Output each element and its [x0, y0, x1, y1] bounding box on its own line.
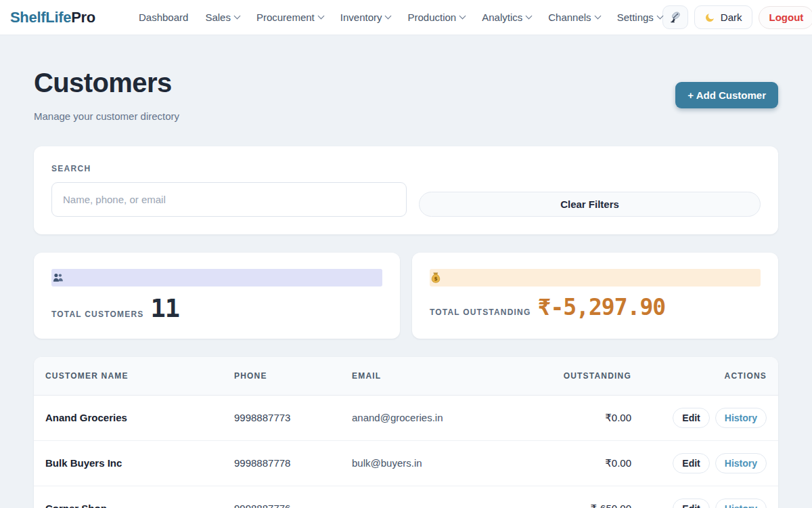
nav-label: Analytics: [482, 12, 522, 23]
edit-button[interactable]: Edit: [673, 453, 709, 473]
notifications-button[interactable]: [662, 5, 688, 29]
customers-table: CUSTOMER NAME PHONE EMAIL OUTSTANDING AC…: [34, 357, 778, 508]
history-button[interactable]: History: [715, 499, 767, 508]
table-row: Anand Groceries 9998887773 anand@groceri…: [34, 395, 778, 440]
row-actions: Edit History: [653, 453, 767, 473]
stat-card-total-outstanding: $ TOTAL OUTSTANDING ₹-5,297.90: [412, 253, 778, 339]
customer-name: Bulk Buyers Inc: [34, 440, 223, 486]
page-subtitle: Manage your customer directory: [34, 110, 179, 122]
nav-label: Procurement: [256, 12, 315, 23]
nav-label: Settings: [617, 12, 654, 23]
col-header-email: EMAIL: [341, 357, 524, 396]
search-input[interactable]: [51, 182, 407, 217]
stat-line: TOTAL CUSTOMERS 11: [51, 296, 382, 322]
stat-value-total-outstanding: ₹-5,297.90: [538, 296, 666, 320]
customer-phone: 9998887776: [223, 486, 341, 508]
search-row: Clear Filters: [51, 182, 761, 217]
customer-outstanding: ₹0.00: [524, 395, 642, 440]
nav-item-analytics[interactable]: Analytics: [482, 12, 531, 23]
chevron-down-icon: [233, 13, 240, 20]
stat-line: TOTAL OUTSTANDING ₹-5,297.90: [430, 296, 761, 320]
customers-table-card: CUSTOMER NAME PHONE EMAIL OUTSTANDING AC…: [34, 357, 778, 508]
customer-name: Corner Shop: [34, 486, 223, 508]
customer-email: anand@groceries.in: [341, 395, 524, 440]
page-title-block: Customers Manage your customer directory: [34, 68, 179, 122]
nav-item-inventory[interactable]: Inventory: [340, 12, 391, 23]
chevron-down-icon: [594, 13, 601, 20]
chevron-down-icon: [385, 13, 392, 20]
theme-toggle-label: Dark: [721, 12, 742, 23]
nav-label: Inventory: [340, 12, 382, 23]
customer-outstanding: ₹0.00: [524, 440, 642, 486]
chevron-down-icon: [317, 13, 324, 20]
page-header: Customers Manage your customer directory…: [34, 68, 778, 122]
col-header-outstanding: OUTSTANDING: [524, 357, 642, 396]
search-card: SEARCH Clear Filters: [34, 146, 778, 234]
people-icon: [53, 273, 64, 282]
nav-item-dashboard[interactable]: Dashboard: [139, 12, 188, 23]
logout-button[interactable]: Logout: [759, 6, 812, 29]
clear-filters-button[interactable]: Clear Filters: [419, 192, 761, 217]
add-customer-button[interactable]: + Add Customer: [675, 82, 778, 108]
customer-phone: 9998887778: [223, 440, 341, 486]
stat-accent-bar: $: [430, 269, 761, 287]
stat-card-total-customers: TOTAL CUSTOMERS 11: [34, 253, 400, 339]
moon-icon: [704, 12, 715, 23]
stat-label: TOTAL CUSTOMERS: [51, 310, 143, 319]
history-button[interactable]: History: [715, 408, 767, 428]
edit-button[interactable]: Edit: [673, 499, 709, 508]
table-row: Bulk Buyers Inc 9998887778 bulk@buyers.i…: [34, 440, 778, 486]
nav-item-procurement[interactable]: Procurement: [256, 12, 323, 23]
main-nav: Dashboard Sales Procurement Inventory Pr…: [139, 12, 662, 23]
nav-right-cluster: Dark Logout: [662, 5, 812, 29]
customer-name: Anand Groceries: [34, 395, 223, 440]
money-bag-icon: $: [431, 272, 441, 283]
stat-value-total-customers: 11: [150, 296, 179, 322]
stat-accent-bar: [51, 269, 382, 287]
table-header-row: CUSTOMER NAME PHONE EMAIL OUTSTANDING AC…: [34, 357, 778, 396]
page-title: Customers: [34, 68, 179, 98]
customer-email: -: [341, 486, 524, 508]
logo-part-1: ShelfLife: [10, 9, 71, 26]
table-row: Corner Shop 9998887776 - ₹-650.00 Edit H…: [34, 486, 778, 508]
chevron-down-icon: [526, 13, 533, 20]
search-label: SEARCH: [51, 164, 761, 173]
col-header-customer-name: CUSTOMER NAME: [34, 357, 223, 396]
edit-button[interactable]: Edit: [673, 408, 709, 428]
col-header-phone: PHONE: [223, 357, 341, 396]
row-actions: Edit History: [653, 499, 767, 508]
nav-item-settings[interactable]: Settings: [617, 12, 662, 23]
customer-outstanding: ₹-650.00: [524, 486, 642, 508]
svg-text:$: $: [434, 276, 437, 282]
row-actions: Edit History: [653, 408, 767, 428]
nav-label: Channels: [548, 12, 591, 23]
customer-phone: 9998887773: [223, 395, 341, 440]
customer-email: bulk@buyers.in: [341, 440, 524, 486]
nav-item-production[interactable]: Production: [407, 12, 465, 23]
nav-label: Dashboard: [139, 12, 188, 23]
top-nav: ShelfLifePro Dashboard Sales Procurement…: [0, 0, 812, 35]
theme-toggle-button[interactable]: Dark: [694, 5, 752, 29]
chevron-down-icon: [459, 13, 466, 20]
history-button[interactable]: History: [715, 453, 767, 473]
nav-label: Sales: [205, 12, 231, 23]
nav-item-sales[interactable]: Sales: [205, 12, 240, 23]
nav-item-channels[interactable]: Channels: [548, 12, 600, 23]
app-logo[interactable]: ShelfLifePro: [10, 9, 95, 26]
stats-row: TOTAL CUSTOMERS 11 $ TOTAL OUTSTANDING ₹…: [34, 253, 778, 339]
satellite-antenna-icon: [669, 11, 681, 24]
col-header-actions: ACTIONS: [642, 357, 778, 396]
nav-label: Production: [407, 12, 456, 23]
logo-part-2: Pro: [71, 9, 95, 26]
stat-label: TOTAL OUTSTANDING: [430, 308, 531, 317]
